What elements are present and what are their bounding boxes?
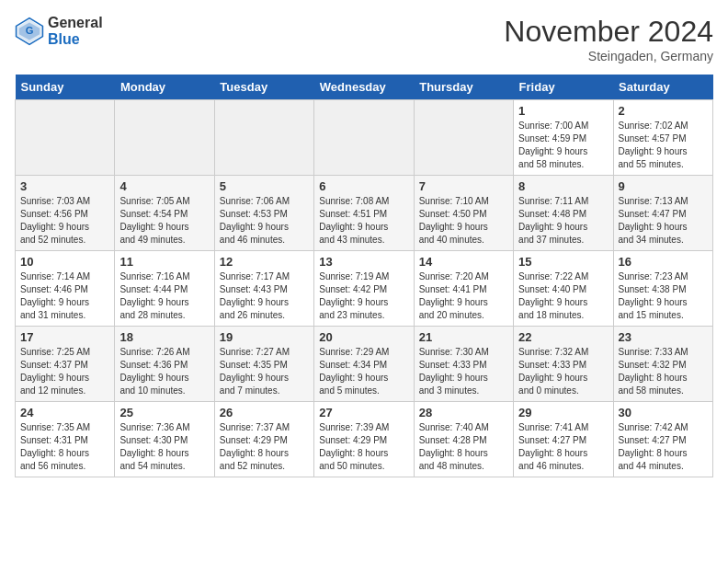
header-day-monday: Monday [115,75,214,100]
day-info: Sunrise: 7:00 AM Sunset: 4:59 PM Dayligh… [518,120,608,171]
day-number: 8 [518,179,608,193]
calendar-cell: 16Sunrise: 7:23 AM Sunset: 4:38 PM Dayli… [613,251,712,327]
header-day-saturday: Saturday [613,75,712,100]
calendar-cell: 1Sunrise: 7:00 AM Sunset: 4:59 PM Daylig… [514,100,613,176]
day-info: Sunrise: 7:02 AM Sunset: 4:57 PM Dayligh… [619,120,708,171]
day-info: Sunrise: 7:06 AM Sunset: 4:53 PM Dayligh… [220,195,309,247]
calendar-cell: 9Sunrise: 7:13 AM Sunset: 4:47 PM Daylig… [613,176,712,251]
header: G General Blue November 2024 Steingaden,… [15,15,713,63]
header-day-tuesday: Tuesday [214,75,313,100]
title-area: November 2024 Steingaden, Germany [504,15,713,63]
logo-icon: G [15,17,44,46]
calendar-cell: 15Sunrise: 7:22 AM Sunset: 4:40 PM Dayli… [514,251,613,327]
day-info: Sunrise: 7:11 AM Sunset: 4:48 PM Dayligh… [518,195,608,247]
calendar-cell: 5Sunrise: 7:06 AM Sunset: 4:53 PM Daylig… [214,176,313,251]
svg-text:G: G [26,25,34,36]
day-number: 23 [619,330,708,344]
logo: G General Blue [15,15,103,47]
calendar-cell: 26Sunrise: 7:37 AM Sunset: 4:29 PM Dayli… [214,402,313,477]
day-number: 7 [419,179,508,193]
day-info: Sunrise: 7:29 AM Sunset: 4:34 PM Dayligh… [319,346,408,397]
calendar-cell: 19Sunrise: 7:27 AM Sunset: 4:35 PM Dayli… [214,327,313,402]
calendar-week-2: 3Sunrise: 7:03 AM Sunset: 4:56 PM Daylig… [16,176,713,251]
day-number: 10 [20,255,109,269]
day-info: Sunrise: 7:35 AM Sunset: 4:31 PM Dayligh… [20,421,109,473]
calendar-week-5: 24Sunrise: 7:35 AM Sunset: 4:31 PM Dayli… [16,402,713,477]
day-info: Sunrise: 7:23 AM Sunset: 4:38 PM Dayligh… [619,270,708,322]
day-number: 11 [119,255,209,269]
day-info: Sunrise: 7:08 AM Sunset: 4:51 PM Dayligh… [319,195,408,247]
day-info: Sunrise: 7:17 AM Sunset: 4:43 PM Dayligh… [220,270,309,322]
day-info: Sunrise: 7:05 AM Sunset: 4:54 PM Dayligh… [119,195,209,247]
day-info: Sunrise: 7:41 AM Sunset: 4:27 PM Dayligh… [518,421,608,473]
day-info: Sunrise: 7:03 AM Sunset: 4:56 PM Dayligh… [20,195,109,247]
header-day-thursday: Thursday [414,75,513,100]
calendar-cell: 17Sunrise: 7:25 AM Sunset: 4:37 PM Dayli… [16,327,115,402]
calendar-cell: 6Sunrise: 7:08 AM Sunset: 4:51 PM Daylig… [314,176,414,251]
calendar-cell: 12Sunrise: 7:17 AM Sunset: 4:43 PM Dayli… [214,251,313,327]
header-day-wednesday: Wednesday [314,75,414,100]
day-number: 20 [319,330,408,344]
day-info: Sunrise: 7:40 AM Sunset: 4:28 PM Dayligh… [419,421,508,473]
day-number: 13 [319,255,408,269]
day-number: 2 [619,104,708,118]
day-info: Sunrise: 7:39 AM Sunset: 4:29 PM Dayligh… [319,421,408,473]
day-number: 27 [319,406,408,419]
day-info: Sunrise: 7:33 AM Sunset: 4:32 PM Dayligh… [619,346,708,397]
day-number: 22 [518,330,608,344]
day-number: 21 [419,330,508,344]
header-row: SundayMondayTuesdayWednesdayThursdayFrid… [16,75,713,100]
logo-general-text: General [48,15,103,31]
calendar-cell [314,100,414,176]
day-number: 5 [220,179,309,193]
header-day-friday: Friday [514,75,613,100]
calendar-cell: 23Sunrise: 7:33 AM Sunset: 4:32 PM Dayli… [613,327,712,402]
calendar-cell [115,100,214,176]
location: Steingaden, Germany [504,49,713,63]
calendar-cell [214,100,313,176]
day-info: Sunrise: 7:13 AM Sunset: 4:47 PM Dayligh… [619,195,708,247]
calendar-cell: 3Sunrise: 7:03 AM Sunset: 4:56 PM Daylig… [16,176,115,251]
calendar-cell: 11Sunrise: 7:16 AM Sunset: 4:44 PM Dayli… [115,251,214,327]
calendar-cell: 18Sunrise: 7:26 AM Sunset: 4:36 PM Dayli… [115,327,214,402]
day-number: 6 [319,179,408,193]
day-number: 1 [518,104,608,118]
calendar-cell [16,100,115,176]
day-info: Sunrise: 7:42 AM Sunset: 4:27 PM Dayligh… [619,421,708,473]
day-info: Sunrise: 7:25 AM Sunset: 4:37 PM Dayligh… [20,346,109,397]
calendar-week-1: 1Sunrise: 7:00 AM Sunset: 4:59 PM Daylig… [16,100,713,176]
calendar-cell: 21Sunrise: 7:30 AM Sunset: 4:33 PM Dayli… [414,327,513,402]
day-info: Sunrise: 7:14 AM Sunset: 4:46 PM Dayligh… [20,270,109,322]
calendar-cell: 4Sunrise: 7:05 AM Sunset: 4:54 PM Daylig… [115,176,214,251]
day-info: Sunrise: 7:32 AM Sunset: 4:33 PM Dayligh… [518,346,608,397]
calendar-table: SundayMondayTuesdayWednesdayThursdayFrid… [15,75,713,477]
day-info: Sunrise: 7:10 AM Sunset: 4:50 PM Dayligh… [419,195,508,247]
day-number: 19 [220,330,309,344]
day-number: 18 [119,330,209,344]
day-info: Sunrise: 7:30 AM Sunset: 4:33 PM Dayligh… [419,346,508,397]
day-number: 12 [220,255,309,269]
day-number: 29 [518,406,608,419]
day-number: 9 [619,179,708,193]
day-number: 3 [20,179,109,193]
day-number: 4 [119,179,209,193]
logo-blue-text: Blue [48,31,103,48]
day-number: 26 [220,406,309,419]
calendar-cell [414,100,513,176]
month-title: November 2024 [504,15,713,49]
calendar-body: 1Sunrise: 7:00 AM Sunset: 4:59 PM Daylig… [16,100,713,477]
calendar-cell: 20Sunrise: 7:29 AM Sunset: 4:34 PM Dayli… [314,327,414,402]
calendar-cell: 2Sunrise: 7:02 AM Sunset: 4:57 PM Daylig… [613,100,712,176]
calendar-cell: 27Sunrise: 7:39 AM Sunset: 4:29 PM Dayli… [314,402,414,477]
calendar-cell: 25Sunrise: 7:36 AM Sunset: 4:30 PM Dayli… [115,402,214,477]
day-info: Sunrise: 7:37 AM Sunset: 4:29 PM Dayligh… [220,421,309,473]
day-number: 14 [419,255,508,269]
day-info: Sunrise: 7:36 AM Sunset: 4:30 PM Dayligh… [119,421,209,473]
header-day-sunday: Sunday [16,75,115,100]
day-number: 30 [619,406,708,419]
day-info: Sunrise: 7:26 AM Sunset: 4:36 PM Dayligh… [119,346,209,397]
day-info: Sunrise: 7:22 AM Sunset: 4:40 PM Dayligh… [518,270,608,322]
calendar-cell: 13Sunrise: 7:19 AM Sunset: 4:42 PM Dayli… [314,251,414,327]
calendar-header: SundayMondayTuesdayWednesdayThursdayFrid… [16,75,713,100]
day-number: 24 [20,406,109,419]
